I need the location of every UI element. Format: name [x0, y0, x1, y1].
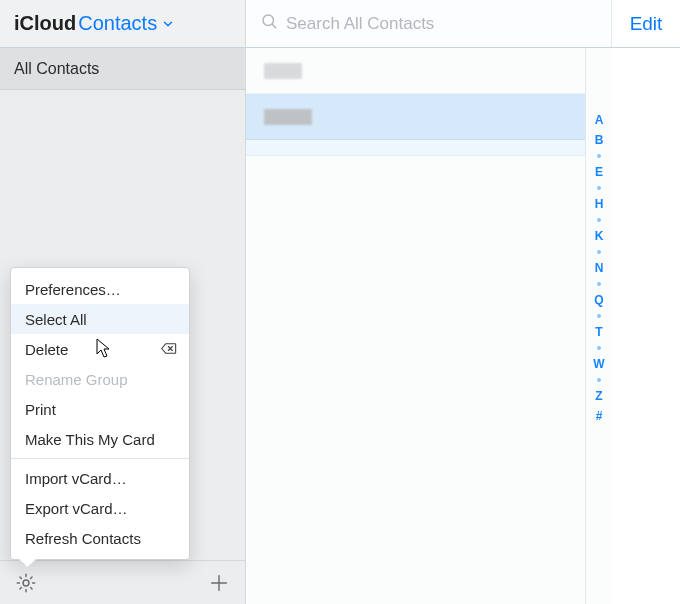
alpha-index-dot[interactable] — [597, 186, 601, 190]
alpha-index-letter[interactable]: Q — [594, 294, 603, 306]
menu-item-print[interactable]: Print — [11, 394, 189, 424]
menu-item-preferences[interactable]: Preferences… — [11, 274, 189, 304]
alpha-index-letter[interactable]: A — [595, 114, 604, 126]
menu-item-export-vcard[interactable]: Export vCard… — [11, 493, 189, 523]
alpha-index-letter[interactable]: # — [596, 410, 603, 422]
contact-row[interactable] — [246, 94, 585, 140]
menu-item-make-my-card[interactable]: Make This My Card — [11, 424, 189, 454]
alpha-index-dot[interactable] — [597, 282, 601, 286]
app-name: iCloud — [14, 12, 76, 35]
menu-item-label: Make This My Card — [25, 431, 155, 448]
alpha-index-dot[interactable] — [597, 346, 601, 350]
alpha-index-letter[interactable]: K — [595, 230, 604, 242]
delete-key-icon — [161, 341, 177, 358]
alpha-index[interactable]: ABEHKNQTWZ# — [586, 48, 612, 604]
sidebar-item-all-contacts[interactable]: All Contacts — [0, 48, 245, 90]
alpha-index-dot[interactable] — [597, 250, 601, 254]
svg-point-4 — [23, 580, 29, 586]
add-contact-button[interactable] — [205, 569, 233, 597]
alpha-index-letter[interactable]: Z — [595, 390, 602, 402]
header-actions: Edit — [612, 0, 680, 47]
sidebar-footer — [0, 560, 245, 604]
contact-name-redacted — [264, 109, 312, 125]
menu-item-label: Import vCard… — [25, 470, 127, 487]
menu-item-label: Preferences… — [25, 281, 121, 298]
menu-item-import-vcard[interactable]: Import vCard… — [11, 463, 189, 493]
search-input[interactable] — [286, 14, 546, 34]
alpha-index-dot[interactable] — [597, 154, 601, 158]
menu-item-refresh-contacts[interactable]: Refresh Contacts — [11, 523, 189, 553]
plus-icon — [208, 572, 230, 594]
svg-point-0 — [263, 15, 274, 26]
alpha-index-letter[interactable]: N — [595, 262, 604, 274]
settings-menu: Preferences… Select All Delete Rename Gr… — [10, 267, 190, 560]
menu-item-label: Rename Group — [25, 371, 128, 388]
gear-icon — [15, 572, 37, 594]
alpha-index-dot[interactable] — [597, 378, 601, 382]
sidebar-item-label: All Contacts — [14, 60, 99, 78]
contacts-list[interactable] — [246, 48, 586, 604]
alpha-index-letter[interactable]: W — [593, 358, 604, 370]
menu-item-label: Print — [25, 401, 56, 418]
alpha-index-letter[interactable]: B — [595, 134, 604, 146]
menu-item-label: Delete — [25, 341, 68, 358]
chevron-down-icon[interactable] — [161, 17, 175, 31]
alpha-index-letter[interactable]: E — [595, 166, 603, 178]
contact-detail-pane — [612, 48, 680, 604]
alpha-index-dot[interactable] — [597, 218, 601, 222]
menu-item-label: Select All — [25, 311, 87, 328]
menu-item-delete[interactable]: Delete — [11, 334, 189, 364]
menu-item-rename-group: Rename Group — [11, 364, 189, 394]
alpha-index-letter[interactable]: T — [595, 326, 602, 338]
search-area — [246, 0, 612, 47]
edit-button[interactable]: Edit — [630, 13, 663, 35]
menu-item-select-all[interactable]: Select All — [11, 304, 189, 334]
menu-item-label: Export vCard… — [25, 500, 128, 517]
section-name: Contacts — [78, 12, 157, 35]
contact-row[interactable] — [246, 48, 585, 94]
contact-name-redacted — [264, 63, 302, 79]
app-header: iCloud Contacts Edit — [0, 0, 680, 48]
svg-line-1 — [272, 24, 275, 27]
settings-gear-button[interactable] — [12, 569, 40, 597]
contact-row[interactable] — [246, 140, 585, 156]
menu-item-label: Refresh Contacts — [25, 530, 141, 547]
alpha-index-dot[interactable] — [597, 314, 601, 318]
search-icon — [260, 12, 286, 35]
alpha-index-letter[interactable]: H — [595, 198, 604, 210]
groups-sidebar: All Contacts Preferences… Select All Del… — [0, 48, 246, 604]
app-title-area[interactable]: iCloud Contacts — [0, 0, 246, 47]
menu-separator — [11, 458, 189, 459]
